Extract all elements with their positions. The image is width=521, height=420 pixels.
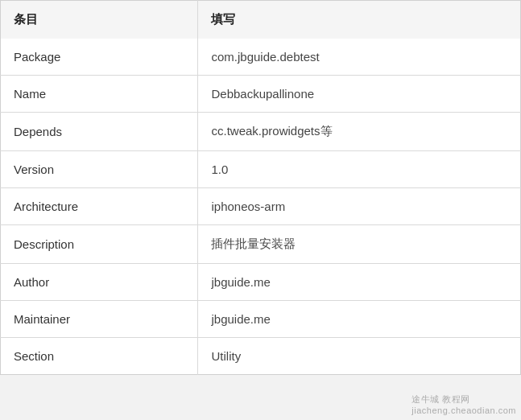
row-value: iphoneos-arm: [198, 188, 521, 225]
row-label: Architecture: [1, 188, 198, 225]
row-value: com.jbguide.debtest: [198, 39, 521, 76]
row-label: Version: [1, 151, 198, 188]
watermark: 途牛城 教程网jiacheng.cheaodian.com: [411, 393, 516, 415]
row-value: cc.tweak.prowidgets等: [198, 113, 521, 151]
row-value: 1.0: [198, 151, 521, 188]
info-table: 条目 填写 Packagecom.jbguide.debtestNameDebb…: [0, 0, 521, 375]
table-row: Description插件批量安装器: [1, 225, 521, 264]
table-row: NameDebbackupallinone: [1, 76, 521, 113]
row-label: Section: [1, 338, 198, 375]
row-value: 插件批量安装器: [198, 225, 521, 264]
row-label: Description: [1, 225, 198, 264]
row-value: Debbackupallinone: [198, 76, 521, 113]
col2-header: 填写: [198, 1, 521, 39]
table-row: Authorjbguide.me: [1, 264, 521, 301]
row-value: jbguide.me: [198, 264, 521, 301]
row-value: jbguide.me: [198, 301, 521, 338]
table-header-row: 条目 填写: [1, 1, 521, 39]
row-label: Author: [1, 264, 198, 301]
table-row: Packagecom.jbguide.debtest: [1, 39, 521, 76]
row-label: Package: [1, 39, 198, 76]
table-row: Version1.0: [1, 151, 521, 188]
table-row: SectionUtility: [1, 338, 521, 375]
table-row: Maintainerjbguide.me: [1, 301, 521, 338]
row-value: Utility: [198, 338, 521, 375]
main-container: 条目 填写 Packagecom.jbguide.debtestNameDebb…: [0, 0, 521, 420]
table-row: Dependscc.tweak.prowidgets等: [1, 113, 521, 151]
table-row: Architectureiphoneos-arm: [1, 188, 521, 225]
row-label: Name: [1, 76, 198, 113]
col1-header: 条目: [1, 1, 198, 39]
row-label: Maintainer: [1, 301, 198, 338]
row-label: Depends: [1, 113, 198, 151]
